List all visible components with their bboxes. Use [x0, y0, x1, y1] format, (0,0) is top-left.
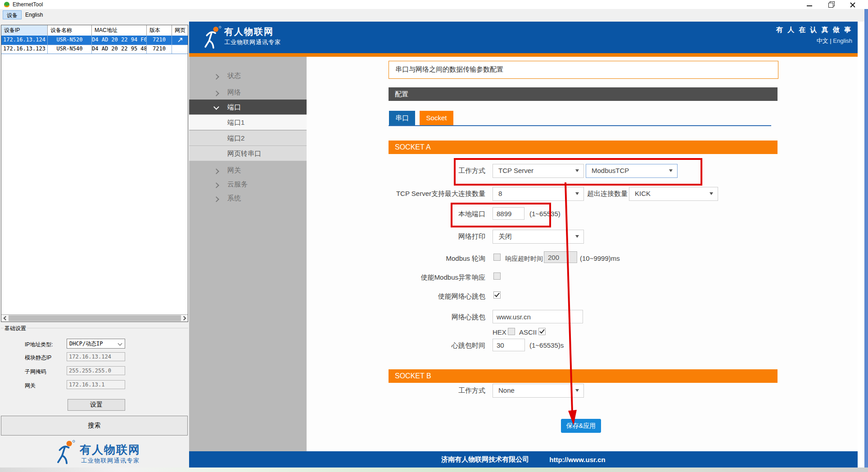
web-motto: 有 人 在 认 真 做 事	[776, 26, 852, 34]
tab-underline	[389, 125, 771, 126]
local-port-range: (1~65535)	[529, 210, 561, 218]
scroll-right-button[interactable]	[181, 315, 188, 321]
gateway-field[interactable]	[67, 380, 125, 389]
socket-b-work-mode-label: 工作方式	[359, 386, 485, 395]
netmask-field[interactable]	[67, 366, 125, 375]
right-gap	[858, 22, 865, 467]
tab-serial[interactable]: 串口	[389, 111, 415, 125]
config-section-bar: 配置	[389, 87, 778, 101]
sidebar-item-port1[interactable]: 端口1	[189, 115, 307, 130]
basic-settings-title: 基础设置	[4, 325, 27, 332]
heartbeat-enable-checkbox[interactable]	[493, 291, 501, 299]
col-header-device-name[interactable]: 设备名称	[48, 25, 92, 36]
dropdown-arrow-icon	[575, 389, 579, 392]
minimize-icon	[807, 5, 812, 6]
sidebar-item-port2[interactable]: 端口2	[189, 131, 307, 145]
sidebar-item-system[interactable]: 系统	[189, 191, 307, 205]
work-mode2-select[interactable]: ModbusTCP	[586, 164, 678, 178]
max-conn-label: TCP Server支持最大连接数量	[359, 190, 485, 198]
socket-b-work-mode-select[interactable]: None	[493, 384, 584, 398]
sidebar-item-port[interactable]: 端口	[189, 100, 307, 114]
embedded-web-page: 有人物联网 工业物联网通讯专家 有 人 在 认 真 做 事 中文 | Engli…	[189, 22, 858, 467]
cell-version: 7210	[147, 36, 172, 45]
work-mode-label: 工作方式	[359, 167, 485, 175]
ip-type-select[interactable]: DHCP/动态IP	[67, 339, 125, 349]
tab-socket[interactable]: Socket	[420, 111, 453, 125]
footer-url[interactable]: http://www.usr.cn	[549, 456, 605, 463]
heartbeat-time-label: 心跳包时间	[359, 341, 485, 350]
chevron-down-icon	[118, 341, 122, 346]
cell-name: USR-N540	[48, 45, 92, 54]
modbus-exception-label: 使能Modbus异常响应	[359, 273, 485, 282]
local-port-input[interactable]	[493, 207, 524, 220]
static-ip-field[interactable]	[67, 352, 125, 361]
sidebar-item-cloud[interactable]: 云服务	[189, 177, 307, 191]
language-switch: 中文 | English	[817, 37, 852, 45]
dropdown-arrow-icon	[575, 169, 579, 172]
sidebar-item-web2serial[interactable]: 网页转串口	[189, 146, 307, 161]
netmask-label: 子网掩码	[25, 368, 46, 376]
ip-type-label: IP地址类型:	[25, 341, 53, 349]
col-header-device-ip[interactable]: 设备IP	[1, 25, 48, 36]
restore-button[interactable]	[824, 0, 837, 9]
work-mode-select[interactable]: TCP Server	[493, 164, 584, 178]
cell-version: 7210	[147, 45, 172, 54]
modbus-poll-checkbox[interactable]	[493, 254, 501, 261]
app-logo-name: 有人物联网	[80, 442, 140, 457]
sidebar-item-gateway[interactable]: 网关	[189, 163, 307, 177]
desktop-edge	[864, 9, 868, 472]
table-row[interactable]: 172.16.13.123 USR-N540 D4 AD 20 22 95 48…	[1, 45, 188, 54]
menu-bar: 设备 English	[0, 9, 868, 21]
web-brand-slogan: 工业物联网通讯专家	[224, 38, 281, 46]
col-header-mac[interactable]: MAC地址	[92, 25, 147, 36]
app-window: EthernetTool 设备 English 设备IP 设备名称 MAC地址 …	[0, 0, 868, 472]
web-sidebar: 状态 网络 端口 端口1 端口2 网页转串口 网关 云服务 系统	[189, 57, 307, 451]
sidebar-item-status[interactable]: 状态	[189, 68, 307, 82]
open-webpage-icon	[177, 37, 183, 43]
title-bar: EthernetTool	[0, 0, 868, 9]
lang-zh-link[interactable]: 中文	[817, 37, 828, 44]
close-button[interactable]	[845, 0, 859, 9]
col-header-web[interactable]: 网页	[172, 25, 188, 36]
table-row-selected[interactable]: 172.16.13.124 USR-N520 D4 AD 20 22 94 F0…	[1, 36, 188, 45]
socket-b-header: SOCKET B	[389, 369, 778, 383]
cell-name: USR-N520	[48, 36, 92, 45]
group-divider	[1, 328, 188, 328]
save-apply-button[interactable]: 保存&应用	[561, 419, 601, 433]
ascii-checkbox[interactable]	[538, 328, 546, 335]
chevron-right-icon	[213, 196, 219, 202]
heartbeat-time-input[interactable]	[493, 339, 525, 351]
dropdown-arrow-icon	[710, 192, 713, 195]
chevron-right-icon	[213, 182, 219, 188]
page-description: 串口与网络之间的数据传输参数配置	[389, 61, 778, 79]
modbus-exception-checkbox[interactable]	[493, 272, 501, 280]
footer-company: 济南有人物联网技术有限公司	[441, 455, 529, 464]
resp-timeout-input[interactable]	[544, 251, 577, 263]
modbus-poll-label: Modbus 轮询	[359, 254, 485, 263]
net-print-select[interactable]: 关闭	[493, 230, 584, 244]
minimize-button[interactable]	[803, 0, 816, 9]
heartbeat-input[interactable]	[493, 310, 583, 323]
menu-device[interactable]: 设备	[3, 10, 22, 19]
socket-a-header: SOCKET A	[389, 141, 778, 154]
search-button[interactable]: 搜索	[1, 416, 188, 436]
heartbeat-enable-label: 使能网络心跳包	[359, 292, 485, 301]
chevron-down-icon	[213, 104, 219, 110]
over-conn-select[interactable]: KICK	[629, 187, 718, 201]
set-button[interactable]: 设置	[68, 399, 125, 411]
horizontal-scrollbar[interactable]	[1, 314, 188, 322]
net-print-label: 网络打印	[359, 232, 485, 241]
menu-english[interactable]: English	[22, 10, 46, 19]
scroll-left-button[interactable]	[1, 315, 8, 321]
hex-checkbox[interactable]	[508, 328, 515, 335]
lang-en-link[interactable]: English	[833, 37, 852, 44]
static-ip-label: 模块静态IP	[25, 354, 51, 362]
sidebar-item-network[interactable]: 网络	[189, 85, 307, 99]
gateway-label: 网关	[25, 382, 36, 390]
max-conn-select[interactable]: 8	[493, 187, 584, 201]
col-header-version[interactable]: 版本	[147, 25, 172, 36]
chevron-right-icon	[213, 168, 219, 174]
cell-web-link[interactable]	[172, 36, 188, 45]
scrollbar-thumb[interactable]	[9, 315, 181, 321]
cell-ip: 172.16.13.124	[1, 36, 48, 45]
